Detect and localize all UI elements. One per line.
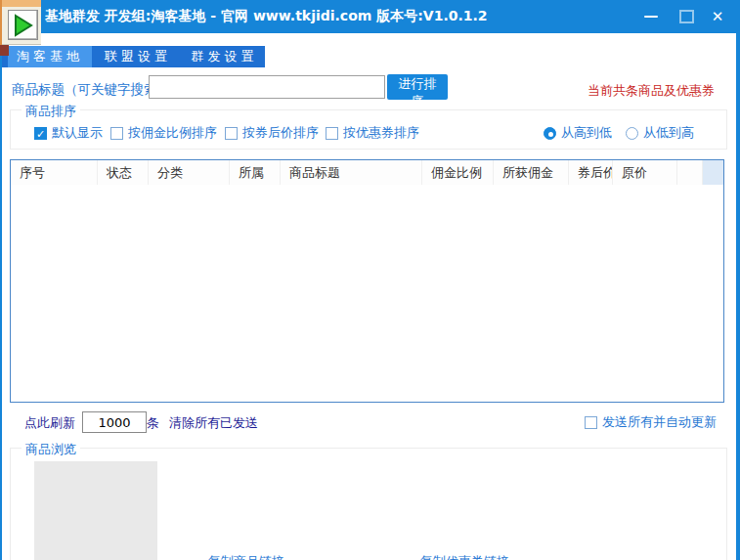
column-header-coupon-price[interactable]: 券后价 xyxy=(569,160,613,185)
checkbox-label: 按佣金比例排序 xyxy=(128,124,217,142)
minimize-button[interactable] xyxy=(635,0,667,33)
unit-label: 条 xyxy=(147,414,159,432)
window-border-left xyxy=(0,33,2,560)
checkbox-send-all-auto-update[interactable]: 发送所有并自动更新 xyxy=(585,413,717,431)
radio-selected-icon xyxy=(544,127,556,140)
column-header-belongs[interactable]: 所属 xyxy=(230,160,281,185)
checkbox-sort-by-commission-rate[interactable]: 按佣金比例排序 xyxy=(110,124,217,142)
column-header-category[interactable]: 分类 xyxy=(149,160,230,185)
checkbox-sort-by-coupon-price[interactable]: 按券后价排序 xyxy=(225,124,319,142)
column-header-product-title[interactable]: 商品标题 xyxy=(281,160,422,185)
checkbox-unchecked-icon xyxy=(326,127,338,140)
tab-bar: 淘客基地 联盟设置 群发设置 xyxy=(2,46,265,67)
radio-label: 从高到低 xyxy=(561,124,612,142)
app-window: 基地群发 开发组:淘客基地 - 官网 www.tkjidi.com 版本号:V1… xyxy=(0,0,740,560)
checkbox-default-display[interactable]: ✓ 默认显示 xyxy=(34,124,103,142)
play-button[interactable] xyxy=(8,10,38,40)
tab-taoke-base[interactable]: 淘客基地 xyxy=(8,46,92,67)
sort-panel-title: 商品排序 xyxy=(22,103,80,120)
maximize-button[interactable] xyxy=(671,0,702,33)
checkbox-checked-icon: ✓ xyxy=(34,127,47,140)
checkbox-label: 按券后价排序 xyxy=(242,124,319,142)
checkbox-sort-by-coupon[interactable]: 按优惠券排序 xyxy=(326,124,419,142)
close-button[interactable]: ✕ xyxy=(702,0,733,33)
tab-alliance-settings[interactable]: 联盟设置 xyxy=(92,46,184,67)
column-header-commission-rate[interactable]: 佣金比例 xyxy=(422,160,494,185)
checkbox-label: 发送所有并自动更新 xyxy=(602,413,717,431)
tab-label: 联盟设置 xyxy=(105,48,171,65)
window-border-right xyxy=(736,33,740,560)
table-header-row: 序号 状态 分类 所属 商品标题 佣金比例 所获佣金 券后价 原价 xyxy=(11,160,723,186)
checkbox-unchecked-icon xyxy=(585,416,597,429)
tab-label: 群发设置 xyxy=(192,48,258,65)
column-header-commission-earned[interactable]: 所获佣金 xyxy=(494,160,569,185)
column-header-index[interactable]: 序号 xyxy=(11,160,98,185)
window-title: 基地群发 开发组:淘客基地 - 官网 www.tkjidi.com 版本号:V1… xyxy=(45,8,488,25)
product-image-placeholder xyxy=(34,461,157,560)
column-header-empty xyxy=(677,160,703,185)
overlay-widget xyxy=(0,0,41,45)
background-window-fragment xyxy=(0,45,9,56)
checkbox-label: 按优惠券排序 xyxy=(343,124,419,142)
partial-label-1: 复制商品链接 xyxy=(208,553,284,560)
maximize-icon xyxy=(679,10,694,23)
browse-panel-title: 商品浏览 xyxy=(22,441,80,458)
checkbox-unchecked-icon xyxy=(225,127,238,140)
product-table: 序号 状态 分类 所属 商品标题 佣金比例 所获佣金 券后价 原价 xyxy=(10,159,724,403)
play-icon xyxy=(13,14,34,37)
checkbox-unchecked-icon xyxy=(110,127,123,140)
clear-sent-link[interactable]: 清除所有已发送 xyxy=(169,414,258,432)
partial-label-2: 复制优惠券链接 xyxy=(420,553,509,560)
title-bar[interactable]: 基地群发 开发组:淘客基地 - 官网 www.tkjidi.com 版本号:V1… xyxy=(0,0,740,33)
table-body-empty xyxy=(11,185,723,402)
close-icon: ✕ xyxy=(712,8,724,25)
refresh-link[interactable]: 点此刷新 xyxy=(24,414,75,432)
run-sort-button[interactable]: 进行排序 xyxy=(387,74,448,100)
radio-low-to-high[interactable]: 从低到高 xyxy=(626,124,694,142)
minimize-icon xyxy=(644,16,658,18)
product-title-search-input[interactable] xyxy=(149,75,385,99)
tab-mass-send-settings[interactable]: 群发设置 xyxy=(184,46,265,67)
column-header-status[interactable]: 状态 xyxy=(98,160,149,185)
checkbox-label: 默认显示 xyxy=(52,124,103,142)
radio-high-to-low[interactable]: 从高到低 xyxy=(544,124,612,142)
overlay-titlebar xyxy=(2,0,41,7)
item-count-status: 当前共条商品及优惠券 xyxy=(588,82,715,100)
column-header-original-price[interactable]: 原价 xyxy=(613,160,677,185)
refresh-count-input[interactable] xyxy=(82,411,147,433)
table-header-scrollbar-cap xyxy=(703,160,723,185)
overlay-body xyxy=(2,7,41,45)
radio-label: 从低到高 xyxy=(643,124,694,142)
tab-label: 淘客基地 xyxy=(17,48,83,65)
radio-unselected-icon xyxy=(626,127,638,140)
